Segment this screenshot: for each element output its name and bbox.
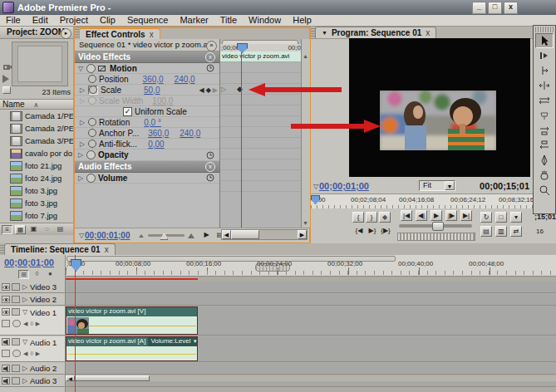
trim-button[interactable]: ⇄ [510, 226, 522, 237]
tool-zoom[interactable] [535, 183, 554, 198]
menu-clip[interactable]: Clip [94, 15, 121, 26]
project-name-column-header[interactable]: Name ∧ [0, 99, 74, 110]
zoom-in-icon[interactable] [188, 233, 194, 238]
property-row-anchor[interactable]: Anchor P... 360,0 240,0 [75, 128, 219, 139]
show-keyframes-icon[interactable] [12, 320, 21, 327]
shuttle-slider[interactable] [399, 224, 472, 228]
hide-audio-effects-icon[interactable]: x [205, 162, 215, 172]
display-style-icon[interactable] [2, 350, 10, 357]
prev-marker-button[interactable]: {◀ [352, 226, 366, 237]
tool-hand[interactable] [535, 168, 554, 183]
find-icon[interactable]: ◌ [42, 225, 52, 234]
clock-icon[interactable] [206, 64, 214, 72]
effect-enabled-icon[interactable] [86, 150, 96, 159]
loop-button[interactable]: ↻ [480, 212, 492, 223]
timeline-hscrollbar[interactable]: ◀ [66, 375, 556, 381]
effect-enabled-icon[interactable] [86, 64, 96, 73]
collapse-icon[interactable]: ▽ [312, 183, 319, 190]
snap-icon[interactable]: ⊞ [18, 270, 29, 279]
display-style-icon[interactable] [2, 320, 10, 327]
position-y-value[interactable]: 240,0 [175, 75, 195, 84]
panel-menu-icon[interactable]: ▸ [61, 28, 71, 39]
antiflicker-value[interactable]: 0,00 [148, 140, 164, 149]
menu-sequence[interactable]: Sequence [121, 15, 175, 26]
expand-icon[interactable]: ▷ [22, 296, 28, 303]
set-in-button[interactable]: { [352, 212, 364, 223]
play-in-out-button[interactable]: {▶} [379, 226, 392, 237]
list-item[interactable]: Camada 1/PEÇ [0, 110, 74, 122]
program-video-area[interactable] [349, 38, 530, 177]
parent-bin-button[interactable] [2, 86, 11, 94]
track-header-audio1[interactable]: ▽ Audio 1 ◀ ◊ ▶ [0, 336, 66, 361]
tool-pen[interactable] [535, 153, 554, 168]
show-keyframes-icon[interactable] [12, 350, 21, 357]
icon-view-icon[interactable]: ▦ [15, 225, 26, 234]
scale-value[interactable]: 50,0 [144, 86, 160, 95]
automate-icon[interactable]: ▣ [28, 225, 39, 234]
expand-icon[interactable]: ▷ [77, 151, 84, 159]
goto-in-button[interactable]: |◀ [401, 210, 412, 221]
next-marker-button[interactable]: ▶} [366, 226, 379, 237]
uniform-scale-row[interactable]: ✓ Uniform Scale [75, 106, 219, 117]
collapse-icon[interactable]: ▽ [22, 308, 28, 316]
tool-ripple-edit[interactable] [535, 63, 554, 78]
add-keyframe-icon[interactable]: ◊ [30, 350, 32, 356]
speaker-icon[interactable] [2, 338, 10, 345]
expand-icon[interactable]: ▷ [79, 119, 86, 126]
menu-marker[interactable]: Marker [174, 15, 214, 26]
eye-icon[interactable] [2, 283, 10, 291]
step-back-button[interactable]: ◀| [416, 210, 427, 221]
track-header-video3[interactable]: ▷ Video 3 [0, 282, 66, 292]
prev-keyframe-icon[interactable]: ◀ [23, 321, 27, 327]
zoom-slider[interactable] [148, 234, 185, 237]
scroll-up-icon[interactable]: ▲ [303, 53, 308, 59]
eye-icon[interactable] [2, 308, 10, 316]
set-out-button[interactable]: } [366, 212, 377, 223]
menu-edit[interactable]: Edit [27, 15, 54, 26]
set-encore-marker-icon[interactable]: ◊ [32, 270, 42, 279]
list-item[interactable]: cavalo por do [0, 147, 74, 159]
property-row-rotation[interactable]: ▷ Rotation 0,0 ° [75, 117, 219, 128]
menu-project[interactable]: Project [54, 15, 94, 26]
track-header-video2[interactable]: ▷ Video 2 [0, 294, 66, 305]
speaker-icon[interactable] [2, 377, 10, 385]
eye-icon[interactable] [2, 296, 10, 303]
tool-slip[interactable] [535, 123, 554, 138]
lift-button[interactable]: ▤ [480, 226, 492, 237]
add-keyframe-icon[interactable]: ◊ [30, 321, 32, 326]
property-row-antiflicker[interactable]: ▷ Anti-flick... 0,00 [75, 139, 219, 149]
menu-help[interactable]: Help [287, 15, 317, 26]
close-icon[interactable]: x [105, 244, 109, 255]
prev-keyframe-icon[interactable]: ◀ [23, 350, 27, 357]
scroll-down-icon[interactable]: ▼ [303, 220, 308, 226]
scroll-right-icon[interactable]: ▶ [298, 230, 307, 239]
close-icon[interactable]: x [426, 27, 430, 38]
lock-toggle[interactable] [12, 296, 20, 303]
track-header-audio2[interactable]: ▷ Audio 2 [0, 363, 66, 374]
property-row-position[interactable]: Position 360,0 240,0 [75, 74, 219, 85]
minimize-button[interactable]: _ [472, 2, 486, 14]
zoom-out-icon[interactable] [140, 233, 145, 237]
list-item[interactable]: foto 7.jpg [0, 209, 74, 222]
zoom-slider-thumb[interactable] [160, 232, 168, 240]
scroll-left-icon[interactable]: ◀ [66, 375, 75, 381]
lock-toggle[interactable] [12, 283, 20, 291]
list-item[interactable]: foto 3.jpg [0, 184, 74, 197]
goto-out-button[interactable]: ▶| [460, 210, 472, 221]
maximize-button[interactable]: □ [488, 2, 502, 14]
zoom-level-select[interactable]: Fit ▼ [419, 180, 455, 191]
effect-row-motion[interactable]: ▽ Motion [75, 63, 219, 74]
menu-title[interactable]: Title [214, 15, 243, 26]
volume-level-badge[interactable]: Volume:Level ▼ [148, 337, 197, 346]
video-clip[interactable]: video victor p zoom.avi [V] [66, 306, 198, 335]
scrollbar-thumb[interactable] [231, 230, 259, 239]
scroll-left-icon[interactable]: ◀ [222, 230, 231, 239]
list-item[interactable]: foto 21.jpg [0, 159, 74, 172]
track-header-audio3[interactable]: ▷ Audio 3 [0, 375, 66, 386]
new-item-icon[interactable]: ▤ [55, 225, 66, 234]
tool-slide[interactable] [535, 138, 554, 153]
marker-button[interactable]: ◆ [379, 212, 391, 223]
expand-icon[interactable]: ▷ [22, 283, 28, 291]
list-item[interactable]: foto 3.jpg [0, 197, 74, 209]
play-audio-icon[interactable]: ▶ [199, 230, 213, 241]
